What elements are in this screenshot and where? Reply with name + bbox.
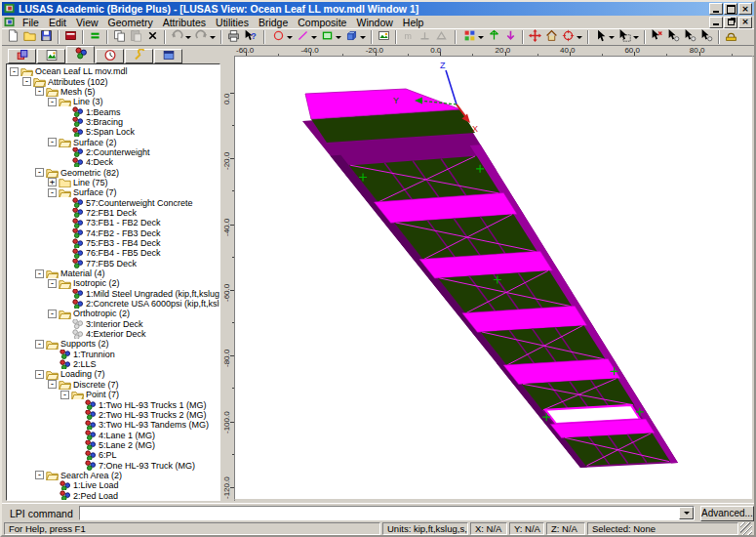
resize-grip[interactable] bbox=[740, 522, 752, 535]
home-view-button[interactable] bbox=[543, 29, 560, 45]
delete-button[interactable] bbox=[144, 29, 161, 45]
tree-item[interactable]: 75:FB3 - FB4 Deck bbox=[9, 238, 219, 248]
expand-toggle[interactable]: - bbox=[35, 370, 44, 379]
expand-toggle[interactable]: - bbox=[35, 87, 44, 96]
attributes-tree[interactable]: -Ocean Leaf LL mov.mdl-Attributes (102)-… bbox=[6, 63, 220, 501]
lpi-dropdown-button[interactable] bbox=[679, 507, 694, 519]
expand-toggle[interactable]: - bbox=[22, 77, 31, 86]
tree-item[interactable]: 77:FB5 Deck bbox=[9, 259, 219, 268]
expand-toggle[interactable]: - bbox=[48, 98, 57, 106]
mdi-minimize-button[interactable] bbox=[709, 17, 723, 28]
deselect-button[interactable] bbox=[649, 29, 665, 45]
tab-groups[interactable] bbox=[37, 49, 65, 63]
tab-analyses[interactable] bbox=[96, 49, 124, 63]
tree-item[interactable]: -Supports (2) bbox=[9, 339, 219, 349]
menu-geometry[interactable]: Geometry bbox=[103, 17, 158, 28]
expand-toggle[interactable]: - bbox=[35, 340, 44, 349]
tree-item[interactable]: 57:Counterweight Concrete bbox=[9, 197, 219, 207]
tree-item[interactable]: 1:Two HL-93 Trucks 1 (MG) bbox=[9, 399, 219, 409]
tree-item[interactable]: 1:Trunnion bbox=[9, 350, 219, 359]
volume-tool-button[interactable] bbox=[343, 29, 368, 45]
expand-toggle[interactable]: + bbox=[48, 178, 57, 186]
lpi-command-input[interactable] bbox=[80, 507, 679, 519]
save-model-button[interactable] bbox=[38, 29, 55, 45]
menu-attributes[interactable]: Attributes bbox=[158, 17, 211, 28]
tree-item[interactable]: 4:Exterior Deck bbox=[9, 329, 219, 339]
mesh-toggle-button[interactable] bbox=[486, 29, 502, 45]
menu-file[interactable]: File bbox=[18, 17, 44, 28]
expand-toggle[interactable]: - bbox=[35, 471, 44, 479]
tab-attributes[interactable] bbox=[66, 46, 95, 63]
line-tool-button[interactable] bbox=[295, 29, 319, 45]
tree-item[interactable]: 7:One HL-93 Truck (MG) bbox=[9, 460, 219, 470]
new-model-button[interactable] bbox=[5, 29, 21, 45]
close-button[interactable]: × bbox=[738, 3, 752, 15]
tree-item[interactable]: 2:Ped Load bbox=[9, 490, 219, 500]
tree-item[interactable]: 4:Lane 1 (MG) bbox=[9, 430, 219, 439]
select-cursor-button[interactable] bbox=[592, 29, 617, 45]
tree-item[interactable]: 1:Beams bbox=[9, 106, 219, 116]
point-tool-button[interactable] bbox=[270, 29, 295, 45]
tree-item[interactable]: 73:FB1 - FB2 Deck bbox=[9, 218, 219, 227]
tree-item[interactable]: -Loading (7) bbox=[9, 369, 219, 379]
tree-item[interactable]: 3:Interior Deck bbox=[9, 319, 219, 329]
expand-toggle[interactable]: - bbox=[48, 138, 57, 146]
tree-item[interactable]: -Surface (7) bbox=[9, 187, 219, 197]
tree-item[interactable]: 2:LLS bbox=[9, 359, 219, 369]
tree-item[interactable]: +Line (75) bbox=[9, 178, 219, 187]
tree-item[interactable]: 76:FB4 - FB5 Deck bbox=[9, 248, 219, 258]
surface-tool-button[interactable] bbox=[319, 29, 343, 45]
image-button[interactable] bbox=[376, 29, 392, 45]
rotate-view-button[interactable] bbox=[560, 29, 584, 45]
tree-item[interactable]: 5:Lane 2 (MG) bbox=[9, 440, 219, 450]
tree-item[interactable]: -Isotropic (2) bbox=[9, 278, 219, 288]
select-points-button[interactable] bbox=[665, 29, 682, 45]
tree-item[interactable]: 2:Counterweight bbox=[9, 147, 219, 157]
tree-item[interactable]: -Mesh (5) bbox=[9, 87, 219, 97]
menu-utilities[interactable]: Utilities bbox=[211, 17, 254, 28]
menu-edit[interactable]: Edit bbox=[44, 17, 71, 28]
tree-item[interactable]: -Surface (2) bbox=[9, 137, 219, 146]
model-properties-button[interactable] bbox=[62, 29, 79, 45]
tree-item[interactable]: -Material (4) bbox=[9, 268, 219, 278]
attributes-visualise-button[interactable] bbox=[502, 29, 519, 45]
tree-item[interactable]: 3:Bracing bbox=[9, 117, 219, 127]
tree-item[interactable]: -Attributes (102) bbox=[9, 76, 219, 86]
tab-layers[interactable] bbox=[8, 49, 36, 63]
tree-item[interactable]: 72:FB1 Deck bbox=[9, 208, 219, 218]
expand-toggle[interactable]: - bbox=[60, 391, 69, 399]
tab-reports[interactable] bbox=[154, 49, 182, 63]
dynamic-pan-zoom-button[interactable] bbox=[527, 29, 543, 45]
expand-toggle[interactable]: - bbox=[35, 168, 44, 177]
maximize-button[interactable] bbox=[724, 3, 737, 15]
tree-item[interactable]: 1:Mild Steel Ungraded (kip,ft,kslug,s,F) bbox=[9, 289, 219, 299]
tree-item[interactable]: -Orthotropic (2) bbox=[9, 309, 219, 318]
tab-utilities[interactable] bbox=[125, 49, 153, 63]
tree-item[interactable]: -Geometric (82) bbox=[9, 167, 219, 177]
tree-item[interactable]: 6:PL bbox=[9, 450, 219, 460]
expand-toggle[interactable]: - bbox=[48, 279, 57, 288]
tree-item[interactable]: -Search Area (2) bbox=[9, 471, 219, 480]
fleshing-toggle-button[interactable] bbox=[461, 29, 486, 45]
expand-toggle[interactable]: - bbox=[48, 310, 57, 318]
menu-bridge[interactable]: Bridge bbox=[254, 17, 293, 28]
tree-item[interactable]: -Ocean Leaf LL mov.mdl bbox=[9, 66, 219, 76]
tree-item[interactable]: -Point (7) bbox=[9, 390, 219, 399]
expand-toggle[interactable]: - bbox=[48, 380, 57, 389]
expand-toggle[interactable]: - bbox=[10, 67, 19, 76]
copy-button[interactable] bbox=[111, 29, 128, 45]
context-help-button[interactable]: ? bbox=[242, 29, 259, 45]
tree-item[interactable]: 74:FB2 - FB3 Deck bbox=[9, 228, 219, 238]
annotation-button[interactable] bbox=[723, 29, 739, 45]
advanced-button[interactable]: Advanced... bbox=[700, 506, 754, 521]
print-button[interactable] bbox=[225, 29, 242, 45]
mdi-close-button[interactable]: × bbox=[738, 17, 752, 28]
lpi-grid-button[interactable] bbox=[87, 29, 103, 45]
tree-item[interactable]: 2:Concrete USA 6000psi (kip,ft,kslug,s,F… bbox=[9, 299, 219, 309]
tree-item[interactable]: -Line (3) bbox=[9, 97, 219, 106]
menu-help[interactable]: Help bbox=[398, 17, 429, 28]
select-surfaces-button[interactable] bbox=[698, 29, 715, 45]
tree-item[interactable]: 3:Two HL-93 Tandems (MG) bbox=[9, 420, 219, 430]
menu-view[interactable]: View bbox=[71, 17, 103, 28]
box-select-button[interactable] bbox=[617, 29, 641, 45]
